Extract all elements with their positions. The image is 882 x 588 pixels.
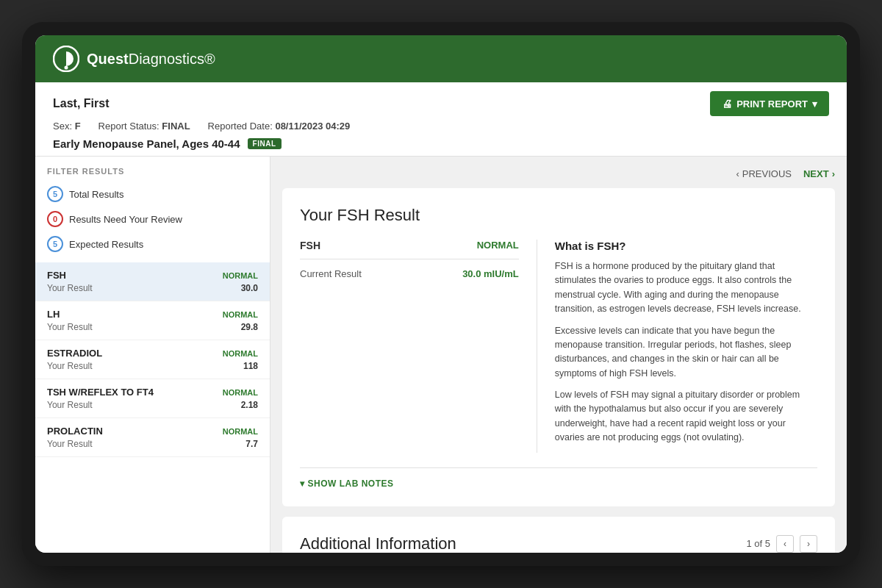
pagination-next-button[interactable]: ›	[800, 535, 817, 553]
fsh-current-label: Current Result	[300, 268, 362, 279]
panel-title: Early Menopause Panel, Ages 40-44	[53, 137, 240, 150]
filter-needs-review[interactable]: 0 Results Need Your Review	[35, 207, 270, 232]
tsh-sub-label: Your Result	[47, 400, 93, 410]
result-item-prolactin[interactable]: PROLACTIN NORMAL Your Result 7.7	[35, 418, 270, 457]
header: QuestDiagnostics®	[35, 35, 847, 82]
final-badge: FINAL	[248, 138, 282, 149]
additional-header: Additional Information 1 of 5 ‹ ›	[300, 534, 817, 553]
fsh-sub-value: 30.0	[241, 283, 258, 293]
total-results-badge: 5	[47, 186, 63, 202]
sidebar: FILTER RESULTS 5 Total Results 0 Results…	[35, 157, 270, 553]
result-item-fsh[interactable]: FSH NORMAL Your Result 30.0	[35, 262, 270, 301]
estradiol-name: ESTRADIOL	[47, 348, 102, 359]
fsh-description-1: FSH is a hormone produced by the pituita…	[555, 259, 817, 317]
estradiol-status: NORMAL	[223, 349, 258, 358]
fsh-result-left: FSH NORMAL Current Result 30.0 mIU/mL	[300, 240, 537, 453]
patient-bar: Last, First 🖨 PRINT REPORT ▾ Sex: F Repo…	[35, 82, 847, 157]
prolactin-sub-label: Your Result	[47, 439, 93, 449]
filter-expected-results[interactable]: 5 Expected Results	[35, 232, 270, 257]
total-results-label: Total Results	[69, 189, 123, 200]
previous-button[interactable]: ‹ PREVIOUS	[736, 168, 792, 179]
right-panel: ‹ PREVIOUS NEXT › Your FSH Result FSH	[270, 157, 847, 553]
expected-results-badge: 5	[47, 236, 63, 252]
result-item-tsh[interactable]: TSH W/REFLEX TO FT4 NORMAL Your Result 2…	[35, 379, 270, 418]
report-status-field: Report Status: FINAL	[98, 121, 190, 132]
show-lab-notes-section: ▾ SHOW LAB NOTES	[300, 467, 817, 489]
fsh-status: NORMAL	[223, 271, 258, 280]
chevron-down-icon: ▾	[812, 98, 817, 110]
fsh-current-value: 30.0 mIU/mL	[462, 268, 519, 279]
pagination-label: 1 of 5	[746, 538, 770, 549]
lh-sub-label: Your Result	[47, 322, 93, 332]
result-items-list: FSH NORMAL Your Result 30.0 LH NORMAL	[35, 262, 270, 457]
filter-header: FILTER RESULTS	[35, 157, 270, 182]
fsh-result-title: Your FSH Result	[300, 206, 817, 225]
estradiol-sub-label: Your Result	[47, 361, 93, 371]
svg-point-1	[65, 66, 68, 70]
chevron-right-icon: ›	[832, 168, 835, 179]
reported-date-field: Reported Date: 08/11/2023 04:29	[208, 121, 351, 132]
tsh-name: TSH W/REFLEX TO FT4	[47, 387, 154, 398]
fsh-result-card: Your FSH Result FSH NORMAL Current Resul…	[282, 188, 835, 506]
main-content: FILTER RESULTS 5 Total Results 0 Results…	[35, 157, 847, 553]
device-frame: QuestDiagnostics® Last, First 🖨 PRINT RE…	[22, 22, 860, 566]
tsh-sub-value: 2.18	[241, 400, 258, 410]
fsh-row-header: FSH NORMAL	[300, 240, 519, 259]
panel-title-row: Early Menopause Panel, Ages 40-44 FINAL	[53, 137, 829, 150]
additional-title: Additional Information	[300, 534, 456, 553]
expected-results-label: Expected Results	[69, 239, 143, 250]
additional-info-card: Additional Information 1 of 5 ‹ › Follic…	[282, 517, 835, 553]
estradiol-sub-value: 118	[243, 361, 258, 371]
nav-row: ‹ PREVIOUS NEXT ›	[282, 168, 835, 179]
chevron-left-icon: ‹	[736, 168, 739, 179]
next-button[interactable]: NEXT ›	[803, 168, 835, 179]
lh-sub-value: 29.8	[241, 322, 258, 332]
logo-text: QuestDiagnostics®	[87, 51, 215, 68]
printer-icon: 🖨	[722, 98, 732, 110]
prolactin-sub-value: 7.7	[245, 439, 258, 449]
pagination-prev-button[interactable]: ‹	[776, 535, 794, 553]
tsh-status: NORMAL	[223, 388, 258, 397]
pagination: 1 of 5 ‹ ›	[746, 535, 817, 553]
patient-name: Last, First	[53, 97, 109, 110]
fsh-result-right: What is FSH? FSH is a hormone produced b…	[537, 240, 817, 453]
prolactin-name: PROLACTIN	[47, 426, 103, 437]
fsh-test-status: NORMAL	[477, 240, 519, 251]
fsh-name: FSH	[47, 270, 66, 281]
needs-review-badge: 0	[47, 211, 63, 227]
screen: QuestDiagnostics® Last, First 🖨 PRINT RE…	[35, 35, 847, 553]
fsh-description-2: Excessive levels can indicate that you h…	[555, 324, 817, 381]
chevron-down-small-icon: ▾	[300, 478, 305, 489]
sex-field: Sex: F	[53, 121, 81, 132]
fsh-current-row: Current Result 30.0 mIU/mL	[300, 268, 519, 279]
lh-status: NORMAL	[223, 310, 258, 319]
logo-area: QuestDiagnostics®	[53, 46, 215, 72]
prolactin-status: NORMAL	[223, 427, 258, 436]
lh-name: LH	[47, 309, 60, 320]
quest-logo-icon	[53, 46, 79, 72]
result-item-lh[interactable]: LH NORMAL Your Result 29.8	[35, 301, 270, 340]
result-item-estradiol[interactable]: ESTRADIOL NORMAL Your Result 118	[35, 340, 270, 379]
print-report-button[interactable]: 🖨 PRINT REPORT ▾	[710, 91, 829, 116]
patient-meta: Sex: F Report Status: FINAL Reported Dat…	[53, 121, 829, 132]
fsh-description-3: Low levels of FSH may signal a pituitary…	[555, 388, 817, 445]
fsh-test-name: FSH	[300, 240, 320, 251]
needs-review-label: Results Need Your Review	[69, 214, 182, 225]
what-is-fsh-title: What is FSH?	[555, 240, 817, 252]
filter-total-results[interactable]: 5 Total Results	[35, 182, 270, 207]
fsh-result-table: FSH NORMAL Current Result 30.0 mIU/mL Wh…	[300, 240, 817, 453]
fsh-sub-label: Your Result	[47, 283, 93, 293]
show-lab-notes-button[interactable]: ▾ SHOW LAB NOTES	[300, 478, 394, 489]
